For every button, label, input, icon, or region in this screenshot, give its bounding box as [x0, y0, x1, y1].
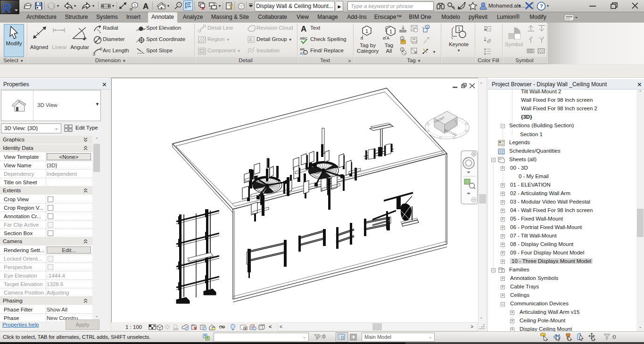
svg-text:?: ?: [540, 3, 543, 9]
svg-text:A: A: [301, 25, 306, 33]
svg-text:AB: AB: [300, 47, 305, 51]
svg-text:1: 1: [389, 29, 392, 34]
svg-text:1: 1: [365, 28, 368, 34]
svg-text:1: 1: [458, 27, 461, 32]
svg-text:R: R: [2, 1, 11, 14]
svg-text:1: 1: [402, 37, 404, 40]
svg-text:A: A: [249, 37, 252, 42]
